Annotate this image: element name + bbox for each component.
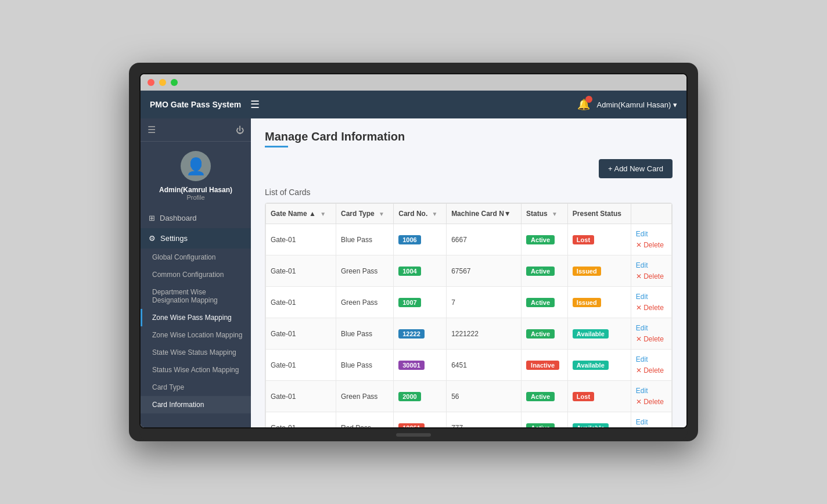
cell-card-type: Red Pass: [336, 412, 393, 428]
action-buttons: Edit ✕ Delete: [636, 355, 667, 375]
sidebar-hamburger-icon[interactable]: ☰: [148, 124, 156, 135]
sidebar-item-global-config[interactable]: Global Configuration: [141, 249, 251, 266]
filter-card-no-icon[interactable]: ▼: [432, 211, 438, 217]
cell-present-status: Available: [567, 412, 631, 428]
sidebar-item-card-type[interactable]: Card Type: [141, 379, 251, 396]
avatar: 👤: [181, 151, 211, 181]
notification-badge: [585, 96, 592, 103]
cell-card-type: Green Pass: [336, 287, 393, 318]
sidebar-item-state-status[interactable]: State Wise Status Mapping: [141, 344, 251, 361]
cell-status: Active: [522, 287, 568, 318]
action-buttons: Edit ✕ Delete: [636, 386, 667, 406]
cell-actions: Edit ✕ Delete: [631, 412, 671, 428]
cell-card-no: 2000: [394, 381, 447, 412]
status-badge: Active: [526, 392, 555, 401]
col-present-status: Present Status: [567, 204, 631, 224]
cell-machine-card-no: 777: [447, 412, 522, 428]
edit-button[interactable]: Edit: [636, 261, 667, 270]
cell-gate-name: Gate-01: [266, 350, 336, 381]
cell-present-status: Lost: [567, 224, 631, 255]
filter-status-icon[interactable]: ▼: [552, 211, 558, 217]
card-no-badge: 1006: [398, 235, 420, 244]
table-row: Gate-01 Red Pass 10061 777 Active Availa…: [266, 412, 672, 428]
status-badge: Active: [526, 267, 555, 276]
dashboard-label: Dashboard: [160, 214, 197, 222]
delete-button[interactable]: ✕ Delete: [636, 272, 667, 281]
edit-button[interactable]: Edit: [636, 355, 667, 364]
table-row: Gate-01 Blue Pass 1006 6667 Active Lost …: [266, 224, 672, 255]
sidebar-item-settings[interactable]: ⚙ Settings: [141, 228, 251, 249]
status-badge: Active: [526, 423, 555, 428]
sidebar-item-zone-pass[interactable]: Zone Wise Pass Mapping: [141, 309, 251, 326]
cell-card-type: Blue Pass: [336, 350, 393, 381]
maximize-button[interactable]: [171, 79, 178, 86]
edit-button[interactable]: Edit: [636, 417, 667, 427]
cell-card-no: 12222: [394, 318, 447, 350]
cell-machine-card-no: 7: [447, 287, 522, 318]
card-no-badge: 1007: [398, 298, 420, 307]
edit-button[interactable]: Edit: [636, 292, 667, 301]
sidebar-item-card-info[interactable]: Card Information: [141, 396, 251, 413]
minimize-button[interactable]: [159, 79, 166, 86]
delete-button[interactable]: ✕ Delete: [636, 334, 667, 344]
hamburger-icon[interactable]: ☰: [250, 98, 260, 111]
cell-status: Inactive: [522, 350, 568, 381]
delete-button[interactable]: ✕ Delete: [636, 397, 667, 406]
card-table: Gate Name ▲ ▼ Card Type ▼ Card No.: [265, 203, 672, 427]
cell-actions: Edit ✕ Delete: [631, 224, 671, 255]
cell-present-status: Lost: [567, 381, 631, 412]
main-content: Manage Card Information + Add New Card L…: [251, 118, 686, 427]
card-no-badge: 10061: [398, 423, 425, 428]
action-buttons: Edit ✕ Delete: [636, 292, 667, 312]
filter-gate-name-icon[interactable]: ▼: [320, 211, 326, 217]
sidebar-item-zone-location[interactable]: Zone Wise Location Mapping: [141, 326, 251, 344]
sidebar-item-dashboard[interactable]: ⊞ Dashboard: [141, 208, 251, 228]
filter-card-type-icon[interactable]: ▼: [379, 211, 384, 217]
card-no-badge: 2000: [398, 392, 420, 401]
app-title: PMO Gate Pass System: [150, 100, 241, 109]
col-gate-name[interactable]: Gate Name ▲ ▼: [266, 204, 336, 224]
delete-button[interactable]: ✕ Delete: [636, 303, 667, 312]
add-new-card-button[interactable]: + Add New Card: [599, 159, 673, 178]
cell-machine-card-no: 6451: [447, 350, 522, 381]
col-status[interactable]: Status ▼: [522, 204, 568, 224]
power-icon[interactable]: ⏻: [236, 125, 244, 135]
notification-bell[interactable]: 🔔: [577, 98, 590, 111]
col-card-no[interactable]: Card No. ▼: [394, 204, 447, 224]
sidebar-item-common-config[interactable]: Common Configuration: [141, 266, 251, 283]
close-button[interactable]: [148, 79, 154, 86]
status-badge: Active: [526, 298, 555, 307]
sidebar-top: ☰ ⏻: [141, 118, 251, 142]
table-row: Gate-01 Blue Pass 30001 6451 Inactive Av…: [266, 350, 672, 381]
cell-actions: Edit ✕ Delete: [631, 350, 671, 381]
present-status-badge: Issued: [573, 267, 601, 276]
delete-button[interactable]: ✕ Delete: [636, 240, 667, 250]
card-table-wrapper: Gate Name ▲ ▼ Card Type ▼ Card No.: [265, 203, 673, 427]
cell-status: Active: [522, 224, 568, 255]
cell-status: Active: [522, 255, 568, 287]
present-status-badge: Issued: [573, 298, 601, 307]
cell-card-no: 1006: [394, 224, 447, 255]
profile-link[interactable]: Profile: [186, 194, 204, 201]
cell-actions: Edit ✕ Delete: [631, 318, 671, 350]
cell-gate-name: Gate-01: [266, 224, 336, 255]
status-badge: Active: [526, 235, 555, 244]
table-row: Gate-01 Green Pass 1004 67567 Active Iss…: [266, 255, 672, 287]
delete-button[interactable]: ✕ Delete: [636, 366, 667, 375]
admin-name[interactable]: Admin(Kamrul Hasan) ▾: [597, 100, 678, 109]
edit-button[interactable]: Edit: [636, 386, 667, 395]
col-card-type[interactable]: Card Type ▼: [336, 204, 393, 224]
present-status-badge: Available: [573, 361, 609, 370]
sidebar-item-dept-designation[interactable]: Department Wise Designation Mapping: [141, 283, 251, 309]
table-row: Gate-01 Green Pass 1007 7 Active Issued …: [266, 287, 672, 318]
user-avatar-icon: 👤: [186, 157, 206, 176]
edit-button[interactable]: Edit: [636, 229, 667, 239]
card-no-badge: 12222: [398, 329, 425, 339]
cell-card-no: 1004: [394, 255, 447, 287]
sidebar-item-status-action[interactable]: Status Wise Action Mapping: [141, 361, 251, 379]
user-name: Admin(Kamrul Hasan): [159, 186, 232, 194]
cell-card-no: 10061: [394, 412, 447, 428]
edit-button[interactable]: Edit: [636, 323, 667, 333]
table-header-row: Gate Name ▲ ▼ Card Type ▼ Card No.: [266, 204, 672, 224]
cell-present-status: Issued: [567, 287, 631, 318]
